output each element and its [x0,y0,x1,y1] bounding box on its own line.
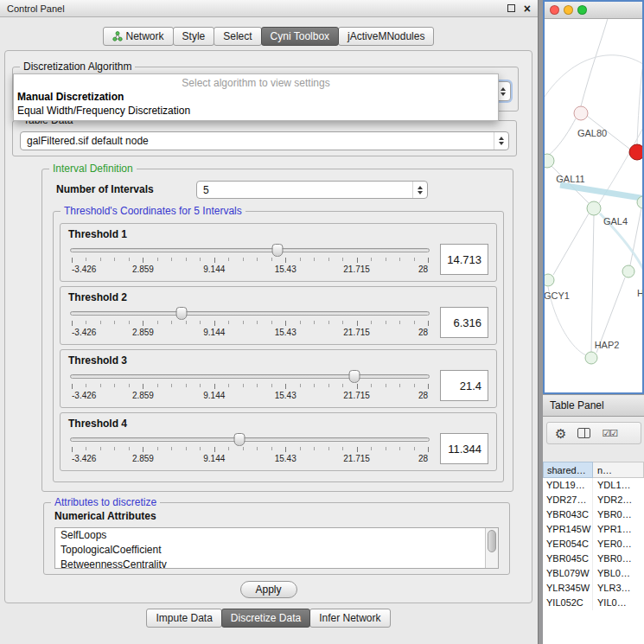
slider-tick [143,321,143,326]
network-node[interactable] [545,154,554,168]
cell-shared-name: YBR045C [543,552,593,566]
threshold-slider[interactable]: -3.4262.8599.14415.4321.71528 [70,367,430,405]
threshold-box: Threshold 1 -3.4262.8599.14415.4321.7152… [60,223,497,282]
threshold-value-field[interactable]: 6.316 [440,307,488,338]
slider-thumb[interactable] [233,433,245,446]
close-traffic-light-icon[interactable] [550,5,559,15]
table-row[interactable]: YBR043CYBR0… [543,507,644,522]
number-of-intervals-combobox[interactable]: 5 [196,181,428,199]
float-window-icon[interactable] [507,4,515,12]
tab-select[interactable]: Select [214,27,261,46]
column-header-name[interactable]: n… [593,462,644,478]
tab-impute-data[interactable]: Impute Data [146,609,221,628]
slider-tick [386,447,386,450]
slider-scale-label: 2.859 [132,328,154,337]
slider-track[interactable] [70,311,430,316]
tab-jactivemnodules[interactable]: jActiveMNodules [338,27,434,46]
threshold-slider[interactable]: -3.4262.8599.14415.4321.71528 [70,240,430,278]
minimize-traffic-light-icon[interactable] [564,5,573,15]
attribute-list-item[interactable]: TopologicalCoefficient [55,543,498,558]
tab-network[interactable]: Network [103,27,174,46]
network-edge[interactable] [560,185,642,199]
attribute-list-item[interactable]: BetweennessCentrality [55,558,498,569]
tab-style[interactable]: Style [173,27,215,46]
slider-tick [386,258,386,261]
threshold-slider[interactable]: -3.4262.8599.14415.4321.71528 [70,303,430,341]
dropdown-option[interactable]: Manual Discretization [14,90,498,104]
network-node[interactable] [629,144,642,160]
slider-scale-labels: -3.4262.8599.14415.4321.71528 [72,328,428,338]
table-row[interactable]: YBR045CYBR0… [543,552,644,566]
zoom-traffic-light-icon[interactable] [577,5,587,15]
slider-tick [143,258,143,263]
table-panel-titlebar: Table Panel [543,394,644,417]
slider-thumb[interactable] [175,307,187,320]
slider-track[interactable] [70,248,430,252]
network-graph[interactable]: GAL80GAL11GAL4GCY1HHAP2 [545,19,642,392]
slider-scale-labels: -3.4262.8599.14415.4321.71528 [72,391,428,401]
thresholds-container: Threshold 1 -3.4262.8599.14415.4321.7152… [60,223,497,471]
attribute-list-item[interactable]: SelfLoops [55,528,498,543]
table-row[interactable]: YPR145WYPR1… [543,522,644,537]
threshold-value-field[interactable]: 11.344 [440,433,488,464]
slider-scale-label: 28 [418,265,428,274]
slider-tick [157,321,158,324]
scrollbar-thumb[interactable] [488,530,496,552]
table-row[interactable]: YER054CYER0… [543,537,644,552]
network-edge[interactable] [581,19,609,106]
table-row[interactable]: YDR27…YDR2… [543,493,644,507]
slider-ticks [72,321,428,327]
dropdown-option[interactable]: Equal Width/Frequency Discretization [14,104,498,118]
dropdown-placeholder-item[interactable]: Select algorithm to view settings [14,76,498,90]
attributes-scrollbar[interactable] [485,528,498,568]
network-node[interactable] [587,201,601,215]
number-of-intervals-label: Number of Intervals [56,183,154,195]
table-row[interactable]: YBL079WYBL0… [543,566,644,581]
tab-infer-network[interactable]: Infer Network [309,609,390,628]
slider-tick [228,258,229,261]
columns-icon[interactable] [577,428,590,438]
network-node[interactable] [585,352,597,364]
slider-tick [371,321,372,324]
numerical-attributes-list[interactable]: SelfLoopsTopologicalCoefficientBetweenne… [54,527,499,569]
slider-tick [243,258,244,261]
slider-track[interactable] [70,437,430,442]
network-edge[interactable] [548,118,576,156]
slider-tick [342,384,343,387]
threshold-slider[interactable]: -3.4262.8599.14415.4321.71528 [70,430,430,468]
network-node[interactable] [545,274,554,286]
network-edge[interactable] [553,214,589,275]
cell-shared-name: YDL19… [543,478,593,493]
threshold-value-field[interactable]: 14.713 [440,244,488,275]
threshold-row: -3.4262.8599.14415.4321.71528 6.316 [68,303,488,341]
tab-cyni-toolbox[interactable]: Cyni Toolbox [261,27,339,46]
table-row[interactable]: YIL052CYIL0… [543,596,644,610]
table-data-combobox[interactable]: galFiltered.sif default node [20,131,509,150]
slider-track[interactable] [70,374,430,379]
select-columns-icon[interactable]: ☑☑ [602,429,617,438]
threshold-value-field[interactable]: 21.4 [440,370,488,401]
network-edge[interactable] [591,215,594,352]
apply-button[interactable]: Apply [239,581,296,598]
spinner-up-arrow [499,137,504,140]
network-edge[interactable] [637,69,642,144]
cell-shared-name: YBR043C [543,507,593,522]
table-row[interactable]: YLR345WYLR3… [543,581,644,596]
network-icon [112,31,123,41]
cell-name: YBR0… [593,552,644,566]
attr-items: SelfLoopsTopologicalCoefficientBetweenne… [55,528,498,569]
slider-tick [285,384,286,389]
tab-discretize-data[interactable]: Discretize Data [221,609,310,628]
slider-tick [100,321,101,324]
slider-tick [357,447,358,452]
settings-gear-icon[interactable]: ⚙ [555,427,566,440]
close-window-icon[interactable]: × [524,3,531,15]
slider-tick [414,258,415,261]
network-node[interactable] [574,106,588,120]
column-header-shared-name[interactable]: shared… [543,462,593,478]
table-row[interactable]: YDL19…YDL1… [543,478,644,493]
slider-thumb[interactable] [272,244,284,257]
interval-definition-group: Interval Definition Number of Intervals … [41,169,513,492]
slider-thumb[interactable] [348,370,360,383]
network-node[interactable] [622,265,634,277]
